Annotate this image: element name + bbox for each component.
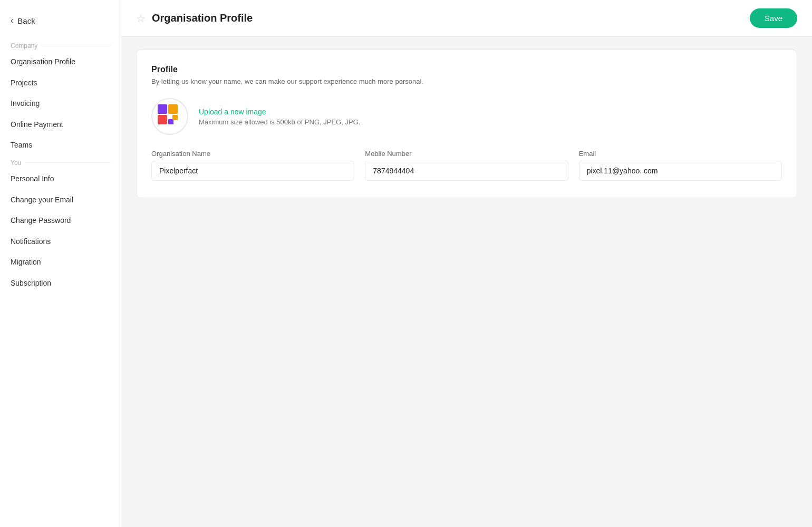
sidebar-item-invoicing[interactable]: Invoicing — [0, 93, 121, 114]
logo-svg — [157, 103, 183, 130]
email-input[interactable] — [579, 161, 782, 181]
form-row: Organisation Name Mobile Number Email — [151, 150, 782, 181]
page-title: Organisation Profile — [152, 12, 253, 24]
org-name-label: Organisation Name — [151, 150, 354, 158]
logo-avatar — [151, 98, 188, 135]
save-button[interactable]: Save — [750, 8, 797, 28]
company-section-label: Company — [0, 39, 121, 52]
sidebar-item-online-payment[interactable]: Online Payment — [0, 114, 121, 135]
sidebar: ‹ Back Company Organisation Profile Proj… — [0, 0, 121, 527]
svg-rect-2 — [158, 115, 167, 124]
sidebar-item-projects[interactable]: Projects — [0, 73, 121, 94]
email-label: Email — [579, 150, 782, 158]
sidebar-item-notifications[interactable]: Notifications — [0, 231, 121, 252]
svg-rect-4 — [172, 115, 178, 120]
you-section-label: You — [0, 156, 121, 169]
mobile-input[interactable] — [365, 161, 568, 181]
sidebar-item-organisation-profile[interactable]: Organisation Profile — [0, 52, 121, 73]
sidebar-item-personal-info[interactable]: Personal Info — [0, 169, 121, 190]
image-upload-row: Upload a new image Maximum size allowed … — [151, 98, 782, 135]
back-arrow-icon: ‹ — [11, 16, 13, 25]
sidebar-item-teams[interactable]: Teams — [0, 135, 121, 156]
upload-hint: Maximum size allowed is 500kb of PNG, JP… — [199, 118, 360, 126]
svg-rect-0 — [158, 104, 167, 114]
star-icon[interactable]: ☆ — [136, 12, 146, 25]
sidebar-item-change-email[interactable]: Change your Email — [0, 190, 121, 211]
upload-info: Upload a new image Maximum size allowed … — [199, 108, 360, 126]
mobile-label: Mobile Number — [365, 150, 568, 158]
content-area: Profile By letting us know your name, we… — [121, 37, 812, 527]
email-group: Email — [579, 150, 782, 181]
org-name-input[interactable] — [151, 161, 354, 181]
header-left: ☆ Organisation Profile — [136, 12, 253, 25]
profile-card: Profile By letting us know your name, we… — [136, 50, 797, 198]
sidebar-item-change-password[interactable]: Change Password — [0, 210, 121, 231]
main-area: ☆ Organisation Profile Save Profile By l… — [121, 0, 812, 527]
header: ☆ Organisation Profile Save — [121, 0, 812, 37]
upload-link[interactable]: Upload a new image — [199, 108, 360, 116]
sidebar-item-migration[interactable]: Migration — [0, 252, 121, 273]
svg-rect-1 — [168, 104, 178, 114]
back-button[interactable]: ‹ Back — [0, 11, 121, 31]
profile-card-description: By letting us know your name, we can mak… — [151, 77, 782, 85]
sidebar-item-subscription[interactable]: Subscription — [0, 273, 121, 294]
org-name-group: Organisation Name — [151, 150, 354, 181]
mobile-group: Mobile Number — [365, 150, 568, 181]
profile-card-title: Profile — [151, 65, 782, 74]
back-label: Back — [17, 16, 35, 25]
